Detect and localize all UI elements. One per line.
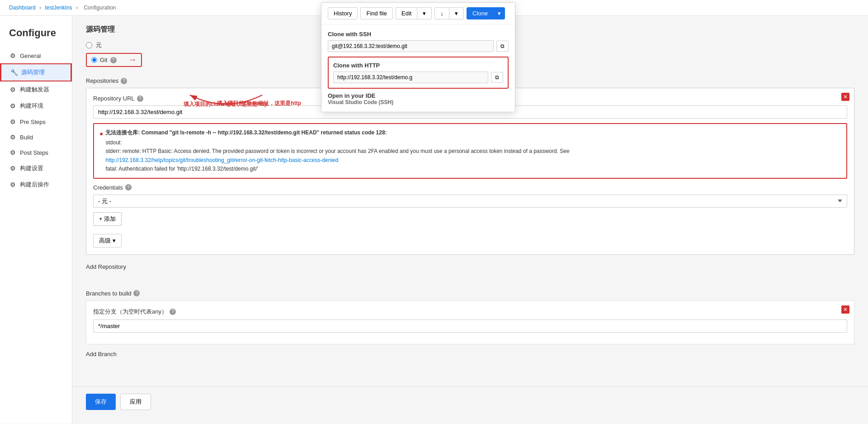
download-group: ↓ ▾ [434, 16, 464, 19]
copy-http-button[interactable]: ⧉ [491, 72, 503, 83]
popup-toolbar: History Find file Edit ▾ ↓ ▾ Clone ▾ [321, 16, 515, 24]
error-title: 无法连接仓库: Command "git ls-remote -h -- htt… [105, 129, 569, 137]
branch-specifier-label: 指定分支（为空时代表any） ? [93, 308, 847, 316]
environment-icon: ⚙ [9, 102, 16, 110]
clone-button[interactable]: Clone [467, 16, 494, 19]
download-dropdown-button[interactable]: ▾ [449, 16, 464, 19]
repo-section: ✕ Repository URL ? 填入项目的clone地址，这里是http … [86, 88, 854, 255]
copy-ssh-button[interactable]: ⧉ [496, 41, 509, 52]
sidebar-item-environment[interactable]: ⚙ 构建环境 [0, 98, 72, 114]
error-box: ● 无法连接仓库: Command "git ls-remote -h -- h… [93, 123, 847, 179]
clone-ssh-section: Clone with SSH ⧉ [328, 31, 509, 52]
add-repository-button[interactable]: Add Repository [86, 262, 126, 272]
branches-label: Branches to build ? [86, 290, 854, 297]
edit-dropdown-button[interactable]: ▾ [417, 16, 432, 19]
repositories-help-icon[interactable]: ? [121, 78, 127, 84]
history-button[interactable]: History [328, 16, 358, 19]
edit-group: Edit ▾ [396, 16, 432, 19]
breadcrumb-dashboard[interactable]: Dashboard [9, 5, 36, 11]
error-line4: fatal: Authentication failed for 'http:/… [105, 165, 569, 173]
post-steps-icon: ⚙ [9, 149, 16, 156]
close-branch-button[interactable]: ✕ [841, 305, 849, 314]
radio-none-input[interactable] [86, 42, 92, 48]
advanced-button[interactable]: 高级 ▾ [93, 234, 122, 248]
radio-git-input[interactable] [91, 57, 97, 63]
sidebar-item-pre-steps[interactable]: ⚙ Pre Steps [0, 114, 72, 129]
general-icon: ⚙ [9, 52, 16, 59]
breadcrumb-current: Configuration [84, 5, 116, 11]
add-credentials-container: + 添加 [93, 212, 847, 229]
post-build-icon: ⚙ [9, 181, 16, 188]
open-ide-section: Open in your IDE Visual Studio Code (SSH… [328, 92, 509, 105]
close-repo-button[interactable]: ✕ [841, 93, 849, 101]
chevron-down-icon: ▾ [113, 237, 116, 244]
sidebar-item-triggers[interactable]: ⚙ 构建触发器 [0, 81, 72, 98]
sidebar-item-scm[interactable]: 🔧 源码管理 [0, 63, 72, 81]
radio-none-label: 元 [96, 41, 102, 49]
clone-dropdown-button[interactable]: ▾ [494, 16, 505, 19]
open-ide-label: Open in your IDE [328, 92, 509, 99]
clone-group: Clone ▾ [467, 16, 505, 19]
sidebar: Configure ⚙ General 🔧 源码管理 ⚙ 构建触发器 ⚙ 构建环… [0, 16, 72, 424]
triggers-icon: ⚙ [9, 86, 16, 93]
edit-button[interactable]: Edit [396, 16, 417, 19]
credentials-row: - 元 - [93, 195, 847, 208]
clone-ssh-input[interactable] [328, 40, 494, 52]
clone-http-row: ⧉ [333, 71, 503, 83]
add-branch-container: Add Branch [86, 349, 854, 368]
branches-help-icon[interactable]: ? [133, 290, 140, 296]
sidebar-item-build[interactable]: ⚙ Build [0, 129, 72, 145]
clone-http-input[interactable] [333, 71, 488, 83]
clone-popup: History Find file Edit ▾ ↓ ▾ Clone ▾ [321, 16, 515, 112]
clone-http-section: Clone with HTTP ⧉ [328, 57, 509, 89]
download-button[interactable]: ↓ [434, 16, 449, 19]
credentials-label: Credentials ? [93, 184, 847, 191]
pre-steps-icon: ⚙ [9, 118, 16, 125]
error-line3[interactable]: http://192.168.3.32/help/topics/git/trou… [105, 156, 569, 165]
error-content: 无法连接仓库: Command "git ls-remote -h -- htt… [105, 129, 569, 173]
bottom-bar: 保存 应用 [72, 386, 868, 417]
page-title: Configure [0, 20, 72, 48]
repo-url-help-icon[interactable]: ? [137, 95, 143, 102]
breadcrumb-jenkins[interactable]: testJenkins [45, 5, 72, 11]
sidebar-item-build-settings[interactable]: ⚙ 构建设置 [0, 160, 72, 176]
git-help-icon[interactable]: ? [110, 57, 117, 63]
branch-specifier-row [93, 319, 847, 333]
branch-section: ✕ 指定分支（为空时代表any） ? [86, 300, 854, 344]
popup-body: Clone with SSH ⧉ Clone with HTTP ⧉ [321, 24, 515, 112]
branch-specifier-input[interactable] [93, 319, 847, 333]
sidebar-item-post-steps[interactable]: ⚙ Post Steps [0, 145, 72, 160]
scm-icon: 🔧 [10, 69, 18, 76]
build-icon: ⚙ [9, 133, 16, 141]
radio-git-label: Git [100, 57, 108, 63]
error-icon: ● [99, 129, 103, 138]
add-branch-button[interactable]: Add Branch [86, 349, 117, 359]
sidebar-item-post-build[interactable]: ⚙ 构建后操作 [0, 176, 72, 193]
find-file-button[interactable]: Find file [360, 16, 393, 19]
clone-ssh-title: Clone with SSH [328, 31, 509, 38]
credentials-select[interactable]: - 元 - [93, 195, 847, 208]
apply-button[interactable]: 应用 [120, 394, 151, 410]
arrow-right-icon: → [128, 55, 137, 65]
branch-specifier-help-icon[interactable]: ? [170, 309, 176, 315]
add-repository-container: Add Repository [86, 262, 854, 281]
radio-git-container: Git ? → [86, 53, 142, 67]
clone-ssh-row: ⧉ [328, 40, 509, 52]
add-credentials-button[interactable]: + 添加 [93, 212, 122, 226]
visual-studio-label[interactable]: Visual Studio Code (SSH) [328, 99, 509, 105]
advanced-container: 高级 ▾ [93, 234, 847, 248]
error-line2: stderr: remote: HTTP Basic: Access denie… [105, 147, 569, 156]
sidebar-item-general[interactable]: ⚙ General [0, 48, 72, 63]
build-settings-icon: ⚙ [9, 165, 16, 172]
clone-http-title: Clone with HTTP [333, 62, 503, 69]
save-button[interactable]: 保存 [86, 394, 116, 410]
credentials-help-icon[interactable]: ? [125, 184, 132, 191]
error-line1: stdout: [105, 138, 569, 147]
